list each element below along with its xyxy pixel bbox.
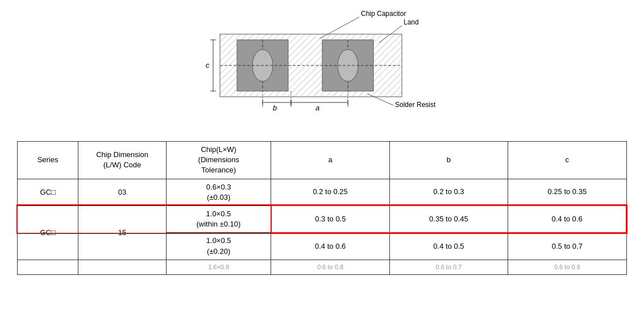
svg-text:c: c — [206, 61, 210, 69]
diagram-svg: c b a Chip Capacitor Land — [192, 6, 453, 131]
svg-text:Chip Capacitor: Chip Capacitor — [361, 10, 406, 18]
table-row: GC□151.0×0.5(within ±0.10)0.3 to 0.50.35… — [18, 205, 627, 232]
specs-table: Series Chip Dimension (L/W) Code Chip(L×… — [17, 141, 627, 275]
cell-code: 03 — [78, 179, 167, 205]
cell-code — [78, 260, 167, 274]
table-row: 1.6×0.80.6 to 0.80.6 to 0.70.6 to 0.8 — [18, 260, 627, 274]
cell-code: 15 — [78, 205, 167, 260]
cell-chip-dim: 1.0×0.5(±0.20) — [166, 233, 271, 260]
cell-b: 0.4 to 0.5 — [389, 233, 508, 260]
cell-b: 0.2 to 0.3 — [389, 179, 508, 205]
header-series: Series — [18, 142, 78, 179]
cell-chip-dim: 1.6×0.8 — [166, 260, 271, 274]
cell-a: 0.4 to 0.6 — [271, 233, 389, 260]
cell-c: 0.6 to 0.8 — [508, 260, 626, 274]
svg-text:Solder Resist: Solder Resist — [395, 101, 436, 109]
header-col-b: b — [389, 142, 508, 179]
cell-c: 0.25 to 0.35 — [508, 179, 626, 205]
header-col-c: c — [508, 142, 626, 179]
cell-b: 0.6 to 0.7 — [389, 260, 508, 274]
svg-text:Land: Land — [404, 18, 419, 26]
cell-a: 0.2 to 0.25 — [271, 179, 389, 205]
page-container: c b a Chip Capacitor Land — [0, 0, 644, 281]
svg-text:a: a — [315, 104, 319, 112]
header-chip-dimension: Chip Dimension (L/W) Code — [78, 142, 167, 179]
cell-a: 0.3 to 0.5 — [271, 205, 389, 232]
table-area: Series Chip Dimension (L/W) Code Chip(L×… — [11, 141, 633, 275]
cell-c: 0.5 to 0.7 — [508, 233, 626, 260]
cell-series: GC□ — [18, 205, 78, 260]
cell-chip-dim: 1.0×0.5(within ±0.10) — [166, 205, 271, 232]
header-col-a: a — [271, 142, 389, 179]
cell-series: GC□ — [18, 179, 78, 205]
table-header-row: Series Chip Dimension (L/W) Code Chip(L×… — [18, 142, 627, 179]
cell-chip-dim: 0.6×0.3(±0.03) — [166, 179, 271, 205]
header-chip-lwt: Chip(L×W) (Dimensions Tolerance) — [166, 142, 271, 179]
cell-b: 0.35 to 0.45 — [389, 205, 508, 232]
cell-c: 0.4 to 0.6 — [508, 205, 626, 232]
cell-series — [18, 260, 78, 274]
table-row: GC□030.6×0.3(±0.03)0.2 to 0.250.2 to 0.3… — [18, 179, 627, 205]
svg-text:b: b — [273, 104, 277, 112]
cell-a: 0.6 to 0.8 — [271, 260, 389, 274]
diagram-area: c b a Chip Capacitor Land — [11, 6, 633, 131]
